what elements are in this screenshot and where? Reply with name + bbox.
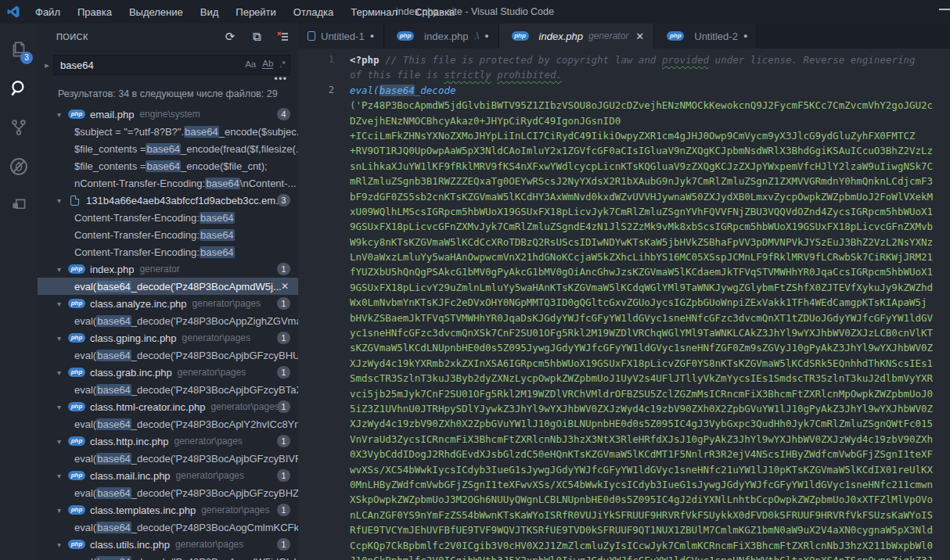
clear-search-results-icon[interactable] [276, 30, 290, 44]
twistie-expanded-icon[interactable]: ▾ [57, 472, 65, 480]
search-result-file-row[interactable]: ▾phpclass.analyze.inc.phpgenerator\pages… [38, 295, 298, 312]
search-icon[interactable] [0, 70, 38, 106]
toggle-search-details-icon[interactable]: ••• [38, 77, 298, 84]
code-token: Wx0LmNvbmYnKTsKJFc2eDVxOHY0NGpMMTQ3ID0gQ… [350, 296, 927, 308]
menu-item-выделение[interactable]: Выделение [122, 4, 190, 20]
search-result-match-row[interactable]: eval(base64_decode('Pz48P3BocApmdW5j...✕ [38, 278, 298, 295]
menu-item-перейти[interactable]: Перейти [229, 4, 283, 20]
search-result-file-row[interactable]: ▾phpemail.phpengine\system4 [38, 106, 298, 123]
twistie-expanded-icon[interactable]: ▾ [57, 265, 65, 274]
search-result-match-row[interactable]: Content-Transfer-Encoding: base64 [38, 243, 298, 260]
toggle-replace-icon[interactable]: ▸ [41, 60, 53, 70]
code-text: VnVraUd3ZycsICRncmFiX3BhcmFtZXRlcnNbJ3hz… [334, 432, 933, 447]
tab-untitled-1[interactable]: Untitled-1● [298, 23, 384, 48]
search-result-file-row[interactable]: ▾phpclass.html-creator.inc.phpgenerator\… [38, 398, 298, 415]
php-file-icon: php [397, 31, 414, 41]
search-result-file-row[interactable]: ▾phpclass.templates.inc.phpgenerator\pag… [38, 501, 298, 519]
search-result-match-row[interactable]: eval(base64_decode('Pz48P3BocApjbGFzcyBI… [38, 450, 298, 467]
line-number [298, 219, 334, 234]
match-case-icon[interactable]: Aa [245, 59, 256, 69]
tab-untitled-2[interactable]: phpUntitled-2● [654, 23, 757, 48]
twistie-expanded-icon[interactable]: ▾ [57, 300, 65, 308]
line-number [298, 128, 334, 143]
vscode-logo-icon [6, 5, 20, 19]
twistie-expanded-icon[interactable]: ▾ [57, 196, 65, 205]
menu-item-файл[interactable]: Файл [28, 4, 67, 20]
search-result-match-row[interactable]: $file_contents = base64_encode($file_cnt… [38, 157, 298, 174]
match-highlight: base64 [184, 126, 219, 138]
menu-item-отладка[interactable]: Отладка [286, 4, 340, 20]
refresh-icon[interactable]: ⟳ [223, 30, 237, 44]
code-token: xU09WQlhLMScsIGRpcm5hbWUoX19GSUxFX18pLic… [350, 206, 933, 217]
twistie-expanded-icon[interactable]: ▾ [57, 506, 65, 515]
line-number [298, 508, 334, 522]
search-result-file-row[interactable]: ▾phpclass.utils.inc.phpgenerator\pages1 [38, 536, 298, 553]
code-text: eval(base64_decode [334, 83, 455, 98]
tab-index.php[interactable]: phpindex.php.\● [384, 23, 499, 48]
search-result-match-row[interactable]: eval(base64_decode('Pz48P3BocApmdW5jdGlv… [38, 553, 298, 560]
menu-item-вид[interactable]: Вид [193, 4, 226, 20]
search-result-match-row[interactable]: eval(base64_decode('Pz48P3BocAogCmlmKCFk… [38, 519, 298, 536]
code-row: ('Pz48P3BocApmdW5jdGlvbiBWTV95Z1ZIbzVSOU… [298, 98, 950, 113]
explorer-icon[interactable]: 3 [0, 31, 38, 67]
code-text: sKZGVmaW5lKCdLNUpnbHE0d0s5Z095JywgJGdyYW… [334, 340, 933, 355]
code-token: DZvejhENzNMOCBhcyAkaz0+JHYpCiRydC49IgonJ… [350, 115, 621, 127]
code-token: vci5jb25mJyk7CnF2SU01OFg5Rkl2M19WZDlVRCh… [350, 388, 933, 400]
source-control-icon[interactable] [0, 109, 38, 145]
tab-close-icon[interactable]: ✕ [635, 31, 644, 42]
line-number [298, 280, 334, 295]
tab-bar: Untitled-1●phpindex.php.\●phpindex.phpge… [298, 23, 950, 48]
regex-icon[interactable]: .* [279, 59, 286, 69]
match-count-badge: 1 [277, 366, 290, 379]
search-result-match-row[interactable]: eval(base64_decode('Pz48P3BocApjbGFzcyBT… [38, 381, 298, 398]
twistie-expanded-icon[interactable]: ▾ [57, 403, 65, 411]
match-highlight: base64 [200, 229, 235, 241]
search-result-file-row[interactable]: ▾phpclass.gping.inc.phpgenerator\pages1 [38, 329, 298, 346]
search-result-match-row[interactable]: eval(base64_decode('Pz48P3BocApjbGFzcyBH… [38, 484, 298, 501]
code-token: bF9zdGF0ZS5sb2cnKTsKZGVmaW5lKCdHY3AxWmNv… [350, 191, 933, 203]
code-token: base64 [380, 84, 415, 96]
code-token: ( [350, 99, 356, 111]
line-number [298, 264, 334, 279]
code-text: 0MnLHByZWdfcmVwbGFjZSgnI1teXFwvXSs/XC54b… [334, 477, 933, 492]
code-editor[interactable]: 1<?php // This file is protected by copy… [298, 48, 950, 560]
line-number: 2 [298, 83, 334, 98]
search-result-match-row[interactable]: eval(base64_decode('Pz48P3BocApjbGFzcyBH… [38, 346, 298, 364]
menu-item-правка[interactable]: Правка [70, 4, 119, 20]
line-number [298, 371, 334, 386]
search-result-file-row[interactable]: ▾phpindex.phpgenerator1 [38, 260, 298, 278]
twistie-expanded-icon[interactable]: ▾ [57, 368, 65, 377]
search-result-match-row[interactable]: $file_contents = base64_encode(fread($f,… [38, 140, 298, 157]
search-result-file-row[interactable]: ▾phpclass.mail.inc.phpgenerator\pages1 [38, 467, 298, 484]
tab-label: Untitled-2 [694, 31, 738, 42]
window-minimize-button[interactable] [939, 9, 950, 11]
search-result-file-row[interactable]: ▾131b4a66e4aeb43abfccf1d9acbeb3cc.em...3 [38, 192, 298, 209]
search-result-match-row[interactable]: Content-Transfer-Encoding: base64 [38, 209, 298, 226]
twistie-expanded-icon[interactable]: ▾ [57, 437, 65, 446]
search-result-match-row[interactable]: eval(base64_decode('Pz48P3BocAplY2hvICc8… [38, 415, 298, 433]
twistie-expanded-icon[interactable]: ▾ [57, 110, 65, 119]
code-row: 2eval(base64_decode [298, 83, 950, 98]
search-result-match-row[interactable]: Content-Transfer-Encoding: base64 [38, 226, 298, 243]
php-file-icon: php [68, 109, 85, 119]
php-file-icon: php [68, 368, 85, 377]
debug-icon[interactable] [0, 149, 38, 185]
code-text: LnV0aWxzLmluYy5waHAnOwpwcmVnX21hdGNoKCcj… [334, 249, 933, 264]
search-result-file-row[interactable]: ▾phpclass.grab.inc.phpgenerator\pages1 [38, 364, 298, 381]
twistie-expanded-icon[interactable]: ▾ [57, 334, 65, 343]
whole-word-icon[interactable]: Ab [262, 59, 273, 69]
search-result-match-row[interactable]: eval(base64_decode('Pz48P3BocAppZighZGVm… [38, 312, 298, 329]
tab-index.php[interactable]: phpindex.phpgenerator✕ [499, 23, 655, 48]
twistie-expanded-icon[interactable]: ▾ [57, 540, 65, 549]
dismiss-match-icon[interactable]: ✕ [281, 281, 289, 292]
extensions-icon[interactable] [0, 188, 38, 224]
search-result-match-row[interactable]: $subject = "=?utf-8?B?".base64_encode($s… [38, 123, 298, 140]
search-result-file-row[interactable]: ▾phpclass.http.inc.phpgenerator\pages1 [38, 433, 298, 450]
code-token: +RV9OT1RJQ0UpOwpAaW5pX3NldCAoImluY2x1ZGV… [350, 145, 933, 156]
code-row: 9GSUxFX18pLicvcGFnZXMvJyk7CmRlZmluZSgndE… [298, 219, 950, 234]
collapse-all-icon[interactable]: ⧉ [250, 30, 264, 44]
tab-path: generator [588, 31, 628, 41]
search-result-match-row[interactable]: nContent-Transfer-Encoding: base64\nCont… [38, 174, 298, 192]
dirty-indicator-icon: ● [484, 32, 488, 40]
match-highlight: base64 [96, 350, 131, 361]
